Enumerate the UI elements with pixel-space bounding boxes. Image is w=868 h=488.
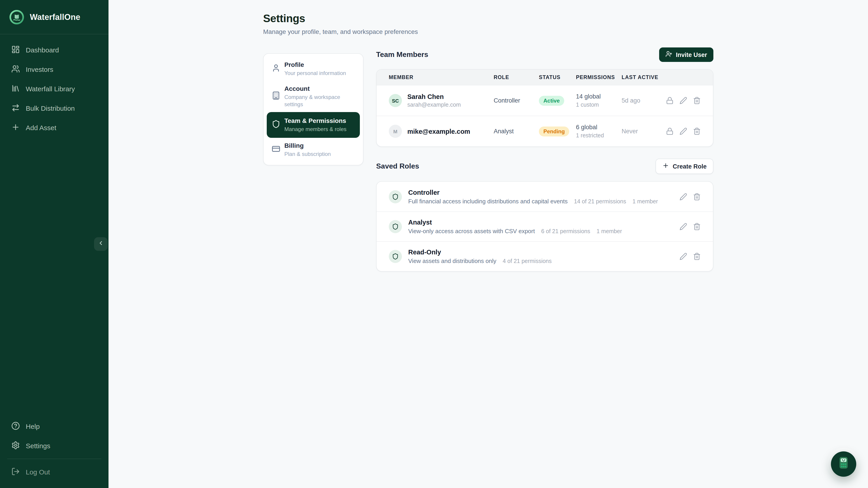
role-permission-count: 14 of 21 permissions bbox=[574, 198, 626, 204]
sidebar-footer: Help Settings Log Out bbox=[0, 417, 108, 488]
sidebar-item-label: Add Asset bbox=[26, 124, 56, 131]
assistant-calculator-fab[interactable] bbox=[831, 451, 856, 477]
sidebar-item-logout[interactable]: Log Out bbox=[0, 462, 108, 482]
sidebar-item-waterfall-library[interactable]: Waterfall Library bbox=[0, 79, 108, 98]
member-role: Analyst bbox=[494, 128, 539, 135]
role-name: Read-Only bbox=[408, 249, 673, 256]
sidebar-item-label: Bulk Distribution bbox=[26, 104, 75, 112]
sidebar-collapse-button[interactable] bbox=[94, 237, 107, 251]
list-item: Read-Only View assets and distributions … bbox=[377, 241, 713, 271]
sidebar-spacer bbox=[0, 137, 108, 417]
shield-icon bbox=[389, 190, 402, 203]
settings-nav-item-desc: Company & workspace settings bbox=[284, 94, 356, 108]
settings-nav-card: Profile Your personal information Accoun… bbox=[263, 53, 364, 165]
lock-permissions-button[interactable] bbox=[666, 127, 674, 135]
settings-nav-item-desc: Plan & subscription bbox=[284, 151, 331, 158]
delete-role-button[interactable] bbox=[693, 193, 701, 200]
delete-member-button[interactable] bbox=[693, 97, 701, 104]
role-member-count: 1 member bbox=[632, 198, 658, 204]
edit-role-button[interactable] bbox=[680, 253, 687, 260]
app-logo-row: WaterfallOne bbox=[0, 0, 108, 34]
waterfall-logo-icon bbox=[9, 9, 24, 25]
table-row: M mike@example.com Analyst Pending 6 glo… bbox=[377, 116, 713, 147]
role-description: View-only access across assets with CSV … bbox=[408, 228, 535, 234]
invite-user-button[interactable]: Invite User bbox=[659, 47, 713, 62]
role-member-count: 1 member bbox=[596, 228, 622, 234]
settings-nav-item-title: Profile bbox=[284, 61, 346, 69]
dashboard-icon bbox=[11, 45, 20, 55]
table-row: SC Sarah Chen sarah@example.com Controll… bbox=[377, 85, 713, 116]
create-role-button[interactable]: Create Role bbox=[655, 159, 713, 174]
sidebar-item-dashboard[interactable]: Dashboard bbox=[0, 40, 108, 60]
last-active: Never bbox=[622, 128, 663, 135]
settings-nav-item-team-permissions[interactable]: Team & Permissions Manage members & role… bbox=[267, 112, 360, 138]
settings-nav-item-title: Account bbox=[284, 85, 356, 93]
settings-nav-item-title: Team & Permissions bbox=[284, 117, 346, 125]
avatar: M bbox=[389, 125, 402, 138]
table-header-row: Member Role Status Permissions Last Acti… bbox=[377, 70, 713, 85]
member-role: Controller bbox=[494, 97, 539, 104]
sidebar-item-settings[interactable]: Settings bbox=[0, 436, 108, 455]
lock-permissions-button[interactable] bbox=[666, 97, 674, 104]
permissions-primary: 6 global bbox=[576, 124, 622, 131]
member-name: mike@example.com bbox=[407, 128, 470, 135]
building-icon bbox=[272, 91, 280, 102]
team-members-table: Member Role Status Permissions Last Acti… bbox=[376, 69, 713, 147]
delete-role-button[interactable] bbox=[693, 253, 701, 260]
sidebar-item-add-asset[interactable]: Add Asset bbox=[0, 118, 108, 137]
sidebar-item-help[interactable]: Help bbox=[0, 417, 108, 436]
edit-role-button[interactable] bbox=[680, 193, 687, 200]
column-header-last-active: Last Active bbox=[622, 74, 663, 80]
role-permission-count: 4 of 21 permissions bbox=[503, 258, 552, 264]
page-subtitle: Manage your profile, team, and workspace… bbox=[263, 28, 713, 35]
settings-nav-item-title: Billing bbox=[284, 142, 331, 150]
team-members-heading: Team Members bbox=[376, 51, 428, 59]
status-badge: Active bbox=[539, 96, 564, 105]
invite-user-label: Invite User bbox=[676, 51, 707, 58]
last-active: 5d ago bbox=[622, 97, 663, 104]
sidebar-item-label: Dashboard bbox=[26, 46, 59, 54]
edit-member-button[interactable] bbox=[680, 97, 687, 104]
team-permissions-panel: Team Members Invite User Member Role Sta… bbox=[376, 47, 713, 271]
settings-nav-item-profile[interactable]: Profile Your personal information bbox=[267, 57, 360, 81]
shield-icon bbox=[389, 220, 402, 233]
settings-nav-item-desc: Manage members & roles bbox=[284, 126, 346, 133]
credit-card-icon bbox=[272, 144, 280, 155]
plus-icon bbox=[662, 162, 669, 170]
calculator-mascot-icon bbox=[834, 454, 853, 475]
shield-icon bbox=[272, 120, 280, 130]
library-icon bbox=[11, 84, 20, 94]
delete-role-button[interactable] bbox=[693, 223, 701, 230]
list-item: Analyst View-only access across assets w… bbox=[377, 212, 713, 241]
edit-member-button[interactable] bbox=[680, 127, 687, 135]
permissions-primary: 14 global bbox=[576, 93, 622, 100]
chevron-left-icon bbox=[98, 240, 104, 248]
member-email: sarah@example.com bbox=[407, 102, 461, 108]
app-root: WaterfallOne Dashboard Investors Waterfa… bbox=[0, 0, 868, 488]
app-title: WaterfallOne bbox=[30, 12, 80, 22]
role-description: View assets and distributions only bbox=[408, 258, 496, 264]
list-item: Controller Full financial access includi… bbox=[377, 182, 713, 212]
column-header-member: Member bbox=[389, 74, 494, 80]
role-permission-count: 6 of 21 permissions bbox=[541, 228, 590, 234]
help-circle-icon bbox=[11, 421, 20, 431]
saved-roles-heading: Saved Roles bbox=[376, 162, 419, 170]
sidebar-item-label: Help bbox=[26, 422, 40, 430]
sidebar-item-bulk-distribution[interactable]: Bulk Distribution bbox=[0, 98, 108, 118]
delete-member-button[interactable] bbox=[693, 127, 701, 135]
user-icon bbox=[272, 64, 280, 74]
page-title: Settings bbox=[263, 12, 713, 25]
permissions-secondary: 1 custom bbox=[576, 102, 622, 108]
arrows-right-left-icon bbox=[11, 103, 20, 113]
logout-icon bbox=[11, 467, 20, 477]
settings-nav-item-account[interactable]: Account Company & workspace settings bbox=[267, 81, 360, 112]
settings-nav-item-billing[interactable]: Billing Plan & subscription bbox=[267, 138, 360, 162]
role-name: Analyst bbox=[408, 219, 673, 226]
sidebar-item-investors[interactable]: Investors bbox=[0, 60, 108, 79]
role-description: Full financial access including distribu… bbox=[408, 198, 567, 204]
create-role-label: Create Role bbox=[673, 163, 707, 170]
column-header-role: Role bbox=[494, 74, 539, 80]
column-header-status: Status bbox=[539, 74, 576, 80]
edit-role-button[interactable] bbox=[680, 223, 687, 230]
permissions-secondary: 1 restricted bbox=[576, 132, 622, 139]
